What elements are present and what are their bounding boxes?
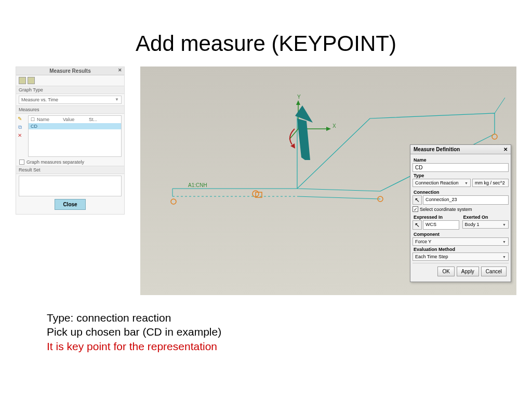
select-cs-row[interactable]: ✓ Select coordinate system xyxy=(413,206,509,214)
type-label: Type xyxy=(413,172,509,179)
expressed-in-field[interactable]: WCS xyxy=(423,220,459,230)
type-combo[interactable]: Connection Reaction ▼ xyxy=(413,179,471,187)
close-button[interactable]: Close xyxy=(55,199,86,210)
measures-label: Measures xyxy=(16,105,124,114)
close-icon[interactable]: ✕ xyxy=(503,147,508,152)
eval-method-value: Each Time Step xyxy=(415,254,448,259)
svg-marker-6 xyxy=(296,100,300,105)
svg-point-13 xyxy=(171,199,176,204)
panel-title: Measure Results xyxy=(49,68,90,74)
eval-method-label: Evaluation Method xyxy=(413,246,509,252)
component-combo[interactable]: Force Y ▼ xyxy=(413,237,509,246)
panel-toolbar xyxy=(16,75,124,86)
name-input[interactable] xyxy=(413,163,509,172)
graph-type-value: Measure vs. Time xyxy=(21,97,58,102)
col-status: St... xyxy=(89,117,97,122)
tool-icon-1[interactable] xyxy=(19,77,26,84)
copy-icon[interactable]: ⧉ xyxy=(16,124,23,131)
delete-icon[interactable]: ✕ xyxy=(16,132,23,139)
svg-point-16 xyxy=(492,134,497,139)
tool-icon-2[interactable] xyxy=(28,77,35,84)
chevron-down-icon: ▼ xyxy=(115,97,119,102)
name-label: Name xyxy=(413,156,509,163)
annotation-label: A1:CNH xyxy=(188,182,207,188)
connection-field[interactable]: Connection_23 xyxy=(423,195,509,205)
chevron-down-icon: ▼ xyxy=(502,240,506,244)
result-set-label: Result Set xyxy=(16,166,124,174)
expressed-in-label: Expressed In xyxy=(413,214,459,220)
chevron-down-icon: ▼ xyxy=(502,255,506,259)
select-cs-label: Select coordinate system xyxy=(420,207,472,212)
3d-viewport[interactable]: Y X A1:CNH Measure De xyxy=(140,66,516,295)
result-set-box[interactable] xyxy=(19,176,122,196)
chevron-down-icon: ▼ xyxy=(502,223,506,227)
checkbox-icon[interactable]: ✓ xyxy=(413,206,418,212)
graph-separately-row[interactable]: Graph measures separately xyxy=(16,158,124,166)
note-line-1: Type: connection reaction xyxy=(47,311,532,325)
graph-type-label: Graph Type xyxy=(16,86,124,94)
axis-y-label: Y xyxy=(297,94,301,100)
type-value: Connection Reaction xyxy=(415,180,459,185)
svg-line-3 xyxy=(297,196,380,199)
table-row[interactable]: CD xyxy=(29,123,121,129)
component-label: Component xyxy=(413,231,509,237)
cancel-button[interactable]: Cancel xyxy=(481,267,507,276)
close-icon[interactable]: ✕ xyxy=(118,68,122,73)
page-title: Add measure (KEYPOINT) xyxy=(0,0,532,66)
unit-value: mm kg / sec^2 xyxy=(475,180,505,185)
panel-title-bar: Measure Results ✕ xyxy=(16,67,124,75)
checkbox-icon[interactable] xyxy=(19,159,24,165)
graph-separately-label: Graph measures separately xyxy=(26,159,84,165)
connection-label: Connection xyxy=(413,189,509,195)
pick-icon[interactable]: ↖ xyxy=(413,195,422,205)
notes-block: Type: connection reaction Pick up chosen… xyxy=(47,311,532,353)
note-line-3: It is key point for the representation xyxy=(47,339,532,353)
svg-marker-10 xyxy=(297,118,310,160)
svg-marker-12 xyxy=(290,143,295,149)
measure-definition-dialog: Measure Definition ✕ Name Type Connectio… xyxy=(410,144,511,282)
svg-marker-8 xyxy=(326,127,331,131)
unit-combo[interactable]: mm kg / sec^2 xyxy=(472,179,509,187)
ok-button[interactable]: OK xyxy=(437,267,454,276)
dialog-title: Measure Definition xyxy=(414,147,460,152)
exerted-on-label: Exerted On xyxy=(462,214,509,220)
measure-results-panel: Measure Results ✕ Graph Type Measure vs.… xyxy=(16,66,125,215)
col-value: Value xyxy=(63,117,89,122)
col-name: Name xyxy=(37,117,63,122)
exerted-on-value: Body 1 xyxy=(465,222,480,227)
component-value: Force Y xyxy=(415,239,431,244)
note-line-2: Pick up chosen bar (CD in example) xyxy=(47,325,532,339)
dialog-title-bar[interactable]: Measure Definition ✕ xyxy=(410,145,511,154)
checkbox-header: ☐ xyxy=(31,117,37,122)
axis-x-label: X xyxy=(332,123,336,129)
pick-icon[interactable]: ↖ xyxy=(413,220,422,230)
eval-method-combo[interactable]: Each Time Step ▼ xyxy=(413,252,509,261)
exerted-on-combo[interactable]: Body 1 ▼ xyxy=(462,220,509,229)
measures-table[interactable]: ☐ Name Value St... CD xyxy=(28,115,122,157)
edit-icon[interactable]: ✎ xyxy=(16,115,23,123)
apply-button[interactable]: Apply xyxy=(457,267,479,276)
chevron-down-icon: ▼ xyxy=(464,181,468,185)
graph-type-combo[interactable]: Measure vs. Time ▼ xyxy=(19,96,122,104)
svg-line-4 xyxy=(495,98,505,113)
